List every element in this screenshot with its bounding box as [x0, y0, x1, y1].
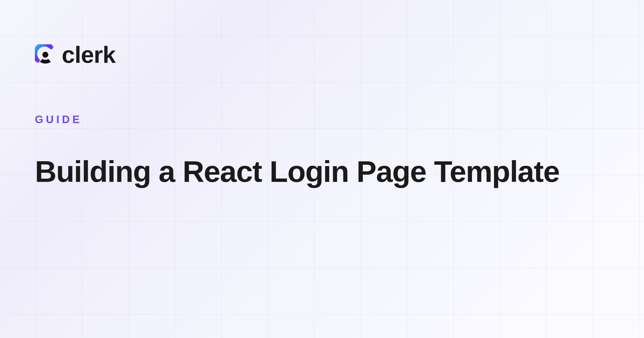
page-title: Building a React Login Page Template [35, 155, 609, 188]
brand-logo: clerk [35, 43, 609, 67]
brand-name: clerk [62, 43, 116, 67]
svg-point-0 [42, 52, 48, 58]
clerk-logo-icon [35, 44, 56, 65]
category-eyebrow: GUIDE [35, 113, 609, 126]
hero-content: clerk GUIDE Building a React Login Page … [0, 0, 644, 231]
